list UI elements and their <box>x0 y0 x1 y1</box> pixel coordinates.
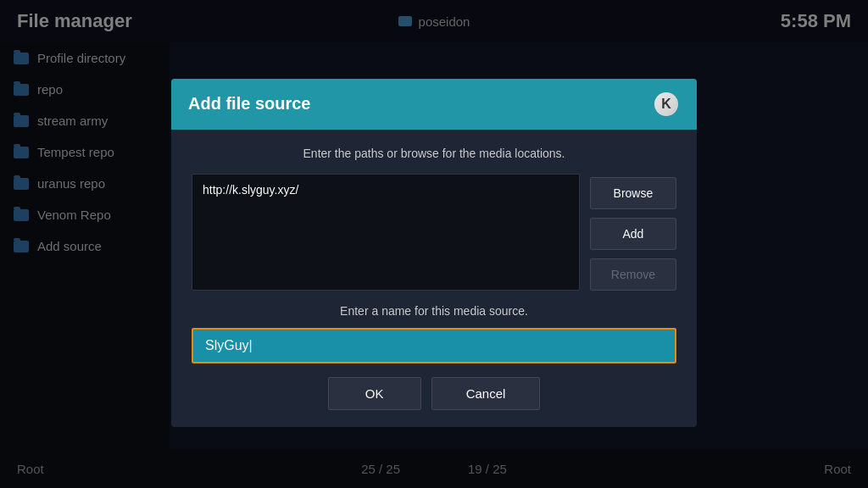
cancel-button[interactable]: Cancel <box>431 377 541 410</box>
dialog-header: Add file source K <box>171 79 697 130</box>
browse-button[interactable]: Browse <box>590 177 676 209</box>
add-button[interactable]: Add <box>590 218 676 250</box>
dialog-instruction: Enter the paths or browse for the media … <box>192 147 676 160</box>
kodi-logo: K <box>653 91 680 118</box>
add-file-source-dialog: Add file source K Enter the paths or bro… <box>171 79 697 427</box>
path-input-area[interactable]: http://k.slyguy.xyz/ <box>192 174 580 291</box>
dialog-title: Add file source <box>188 94 310 114</box>
name-instruction: Enter a name for this media source. <box>192 304 676 318</box>
dialog-buttons-col: Browse Add Remove <box>590 174 676 291</box>
dialog-overlay: Add file source K Enter the paths or bro… <box>0 0 868 488</box>
ok-button[interactable]: OK <box>328 377 421 410</box>
dialog-path-row: http://k.slyguy.xyz/ Browse Add Remove <box>192 174 676 291</box>
dialog-body: Enter the paths or browse for the media … <box>171 130 697 427</box>
media-source-name-input[interactable] <box>192 328 676 363</box>
dialog-action-row: OK Cancel <box>192 377 676 410</box>
remove-button[interactable]: Remove <box>590 258 676 291</box>
kodi-icon: K <box>654 92 678 116</box>
